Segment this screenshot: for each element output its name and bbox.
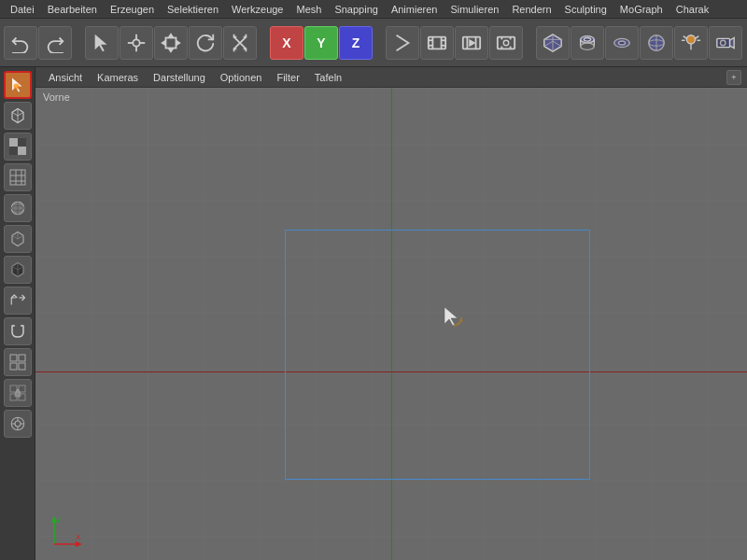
svg-marker-13 [162, 41, 165, 45]
redo-button[interactable] [38, 26, 72, 60]
menu-rendern[interactable]: Rendern [505, 2, 557, 17]
left-sidebar [0, 67, 35, 560]
viewport-topbar: Ansicht Kameras Darstellung Optionen Fil… [35, 67, 747, 88]
svg-marker-12 [169, 49, 173, 51]
svg-point-29 [503, 40, 509, 46]
arrow-right-button[interactable] [386, 26, 419, 60]
svg-rect-60 [18, 147, 26, 155]
svg-point-38 [581, 43, 595, 49]
cursor-indicator [441, 305, 467, 335]
x-axis-button[interactable]: X [270, 26, 303, 60]
axis-indicator: Y X [45, 511, 82, 549]
svg-rect-17 [429, 36, 445, 49]
cube-white-button[interactable] [4, 102, 32, 130]
menu-bearbeiten[interactable]: Bearbeiten [41, 2, 104, 17]
menu-werkzeuge[interactable]: Werkzeuge [225, 2, 289, 17]
menu-snapping[interactable]: Snapping [328, 2, 385, 17]
magnet-button[interactable] [4, 317, 32, 345]
grid2-button[interactable] [4, 348, 32, 376]
menu-erzeugen[interactable]: Erzeugen [104, 2, 161, 17]
svg-text:X: X [76, 533, 81, 541]
svg-point-40 [618, 40, 625, 44]
lock-grid-button[interactable] [4, 379, 32, 407]
svg-marker-0 [95, 34, 107, 50]
svg-rect-79 [19, 385, 25, 392]
svg-rect-61 [18, 138, 26, 147]
rotate-button[interactable] [189, 26, 222, 60]
y-axis-button[interactable]: Y [304, 26, 338, 60]
torus3d-button[interactable] [605, 26, 639, 60]
menu-simulieren[interactable]: Simulieren [444, 2, 505, 17]
menu-selektieren[interactable]: Selektieren [161, 2, 225, 17]
toolbar: X Y Z [0, 19, 747, 67]
svg-point-44 [686, 35, 695, 43]
svg-marker-51 [730, 37, 735, 48]
arrow-tool-button[interactable] [85, 26, 119, 60]
svg-rect-28 [498, 36, 514, 49]
viewport-menu-optionen[interactable]: Optionen [213, 70, 270, 85]
film-settings-button[interactable] [489, 26, 523, 60]
cube-outline-button[interactable] [4, 225, 32, 253]
menu-charak[interactable]: Charak [669, 2, 715, 17]
main-area: Ansicht Kameras Darstellung Optionen Fil… [0, 67, 747, 560]
grid-svg [35, 88, 747, 560]
cube-dark-button[interactable] [4, 256, 32, 284]
ring3d-button[interactable] [571, 26, 604, 60]
svg-text:Y: Y [56, 516, 62, 525]
svg-point-35 [584, 37, 590, 41]
viewport-menu-filter[interactable]: Filter [269, 70, 306, 85]
viewport-menu-ansicht[interactable]: Ansicht [41, 70, 90, 85]
film-play-button[interactable] [455, 26, 488, 60]
radial-button[interactable] [4, 410, 32, 438]
anim-group [386, 26, 523, 60]
svg-rect-78 [10, 385, 17, 392]
viewport-menu-kameras[interactable]: Kameras [90, 70, 146, 85]
snap-arrow-button[interactable] [4, 287, 32, 315]
move-button[interactable] [154, 26, 188, 60]
menu-bar: Datei Bearbeiten Erzeugen Selektieren We… [0, 0, 747, 19]
scale-button[interactable] [223, 26, 257, 60]
z-axis-button[interactable]: Z [339, 26, 373, 60]
svg-line-47 [696, 35, 699, 38]
checker-button[interactable] [4, 133, 32, 161]
menu-sculpting[interactable]: Sculpting [558, 2, 613, 17]
svg-line-46 [684, 35, 687, 38]
svg-rect-74 [10, 355, 17, 361]
undo-button[interactable] [4, 26, 37, 60]
viewport[interactable]: Ansicht Kameras Darstellung Optionen Fil… [35, 67, 747, 560]
svg-rect-75 [19, 355, 25, 361]
grid-button[interactable] [4, 163, 32, 191]
svg-rect-82 [15, 392, 21, 397]
svg-marker-92 [51, 516, 57, 523]
viewport-label: Vorne [43, 91, 70, 103]
svg-point-1 [133, 39, 139, 46]
viewport-menu-darstellung[interactable]: Darstellung [146, 70, 213, 85]
viewport-expand-btn[interactable]: + [726, 70, 741, 85]
camera3d-button[interactable] [709, 26, 742, 60]
sphere3d-button[interactable] [640, 26, 673, 60]
cube3d-button[interactable] [536, 26, 570, 60]
lamp3d-button[interactable] [674, 26, 708, 60]
axis-green-line [391, 88, 392, 560]
primitives-group [536, 26, 742, 60]
svg-rect-6 [166, 37, 176, 48]
menu-mograph[interactable]: MoGraph [613, 2, 669, 17]
undo-redo-group [4, 26, 72, 60]
sphere-icon-button[interactable] [4, 194, 32, 222]
viewport-expand-btns: + [726, 70, 741, 85]
viewport-menu-tafeln[interactable]: Tafeln [307, 70, 349, 85]
active-tool-button[interactable] [4, 71, 32, 99]
svg-marker-14 [176, 41, 179, 45]
svg-rect-89 [35, 88, 747, 560]
svg-marker-11 [169, 34, 173, 36]
svg-marker-90 [444, 307, 458, 326]
menu-mesh[interactable]: Mesh [289, 2, 328, 17]
svg-rect-59 [9, 138, 18, 147]
film-strip-button[interactable] [420, 26, 454, 60]
svg-point-58 [13, 84, 19, 90]
menu-animieren[interactable]: Animieren [385, 2, 444, 17]
axis-red-line [35, 371, 747, 372]
crosshair-button[interactable] [120, 26, 153, 60]
canvas-area[interactable]: Vorne [35, 88, 747, 560]
menu-datei[interactable]: Datei [4, 2, 41, 17]
